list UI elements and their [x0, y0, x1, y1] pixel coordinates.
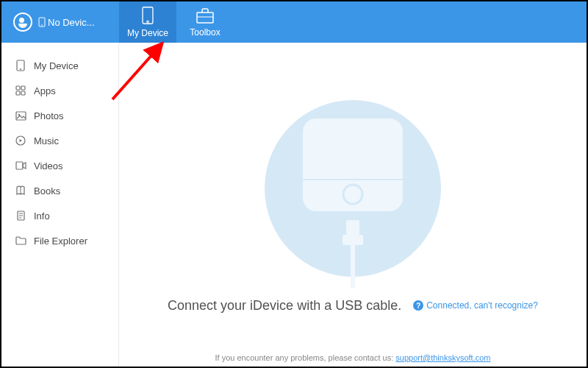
logo-section: No Devic...	[1, 13, 119, 32]
svg-rect-2	[143, 7, 153, 24]
connect-prompt: Connect your iDevice with a USB cable.	[168, 298, 401, 314]
topnav-item-label: My Device	[127, 28, 168, 38]
device-icon	[139, 6, 157, 25]
svg-rect-11	[21, 91, 25, 95]
sidebar-item-label: Books	[34, 185, 60, 197]
svg-rect-12	[16, 112, 26, 120]
main-area: My Device Apps Photos Music Videos Books…	[1, 43, 587, 367]
connect-illustration	[254, 89, 452, 291]
svg-point-3	[147, 21, 149, 23]
sidebar-item-label: Info	[34, 210, 50, 222]
svg-rect-25	[346, 220, 359, 235]
folder-icon	[15, 235, 26, 247]
photos-icon	[15, 110, 26, 121]
sidebar-item-videos[interactable]: Videos	[1, 153, 118, 178]
app-logo-icon	[13, 13, 32, 32]
question-icon: ?	[413, 300, 423, 311]
svg-rect-22	[303, 118, 403, 211]
videos-icon	[15, 160, 26, 171]
topnav-my-device[interactable]: My Device	[119, 1, 176, 43]
books-icon	[15, 185, 26, 197]
sidebar-item-label: Apps	[34, 85, 56, 96]
sidebar-item-my-device[interactable]: My Device	[1, 53, 118, 78]
sidebar-item-apps[interactable]: Apps	[1, 78, 118, 103]
sidebar-item-music[interactable]: Music	[1, 128, 118, 153]
sidebar-item-books[interactable]: Books	[1, 178, 118, 203]
prompt-row: Connect your iDevice with a USB cable. ?…	[168, 298, 538, 314]
sidebar: My Device Apps Photos Music Videos Books…	[1, 43, 119, 367]
help-link[interactable]: ? Connected, can't recognize?	[413, 300, 538, 311]
help-link-text: Connected, can't recognize?	[426, 300, 538, 311]
top-nav: My Device Toolbox	[119, 1, 234, 43]
svg-rect-27	[351, 245, 355, 288]
sidebar-item-label: My Device	[34, 60, 79, 71]
apps-icon	[15, 85, 26, 96]
info-icon	[15, 210, 26, 222]
device-status-text: No Devic...	[48, 17, 95, 28]
footer-text: If you encounter any problems, please co…	[215, 353, 396, 362]
music-icon	[15, 135, 26, 146]
svg-point-7	[20, 68, 21, 70]
svg-rect-9	[21, 86, 25, 90]
topnav-toolbox[interactable]: Toolbox	[176, 1, 234, 43]
sidebar-item-label: Videos	[34, 160, 63, 171]
support-email-link[interactable]: support@thinkskysoft.com	[395, 353, 490, 362]
sidebar-item-label: File Explorer	[34, 236, 87, 247]
topnav-item-label: Toolbox	[190, 27, 220, 38]
device-icon	[15, 60, 26, 71]
sidebar-item-label: Music	[34, 135, 59, 146]
sidebar-item-file-explorer[interactable]: File Explorer	[1, 228, 118, 253]
svg-point-1	[41, 24, 43, 26]
top-bar: No Devic... My Device Toolbox	[1, 1, 587, 43]
svg-rect-4	[197, 13, 213, 23]
svg-rect-10	[16, 91, 20, 95]
svg-rect-15	[16, 162, 23, 169]
toolbox-icon	[195, 7, 215, 24]
svg-rect-26	[343, 235, 363, 245]
device-status[interactable]: No Devic...	[38, 17, 95, 28]
footer: If you encounter any problems, please co…	[215, 353, 491, 362]
sidebar-item-info[interactable]: Info	[1, 203, 118, 228]
sidebar-item-label: Photos	[34, 110, 63, 121]
svg-rect-8	[16, 86, 20, 90]
phone-icon	[38, 17, 46, 27]
content-area: Connect your iDevice with a USB cable. ?…	[119, 43, 587, 367]
sidebar-item-photos[interactable]: Photos	[1, 103, 118, 128]
